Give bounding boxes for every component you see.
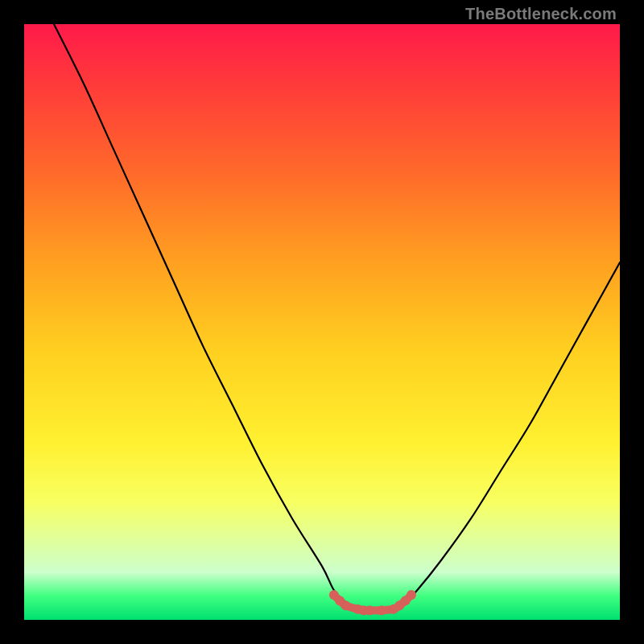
curve-svg	[24, 24, 620, 620]
bottleneck-curve	[54, 24, 620, 612]
highlight-dot	[365, 605, 374, 615]
plot-area	[24, 24, 620, 620]
highlight-dot	[407, 590, 416, 600]
bottom-highlight-dots	[329, 590, 416, 615]
chart-container: TheBottleneck.com	[0, 0, 644, 644]
highlight-dot	[341, 601, 351, 610]
highlight-dot	[377, 605, 386, 615]
watermark-text: TheBottleneck.com	[465, 5, 617, 23]
